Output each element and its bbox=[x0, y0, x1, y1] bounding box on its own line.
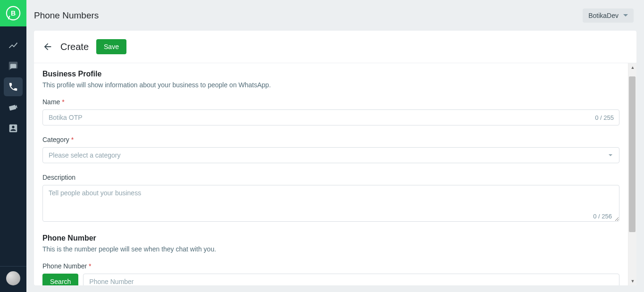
name-input[interactable] bbox=[42, 109, 619, 125]
required-marker: * bbox=[62, 98, 64, 106]
name-label-text: Name bbox=[42, 98, 60, 106]
sidebar: B bbox=[0, 0, 26, 292]
chat-icon bbox=[8, 61, 18, 71]
section-title-business-profile: Business Profile bbox=[42, 70, 619, 78]
scrollbar-thumb[interactable] bbox=[629, 76, 636, 232]
category-placeholder: Please select a category bbox=[49, 151, 121, 159]
chevron-down-icon bbox=[608, 152, 613, 158]
scrollbar-down-icon[interactable]: ▼ bbox=[628, 277, 636, 285]
category-label-text: Category bbox=[42, 136, 69, 143]
phone-label: Phone Number * bbox=[42, 262, 619, 270]
whatsapp-business-logo: B bbox=[0, 0, 26, 26]
user-name: BotikaDev bbox=[588, 12, 619, 19]
back-button[interactable] bbox=[42, 42, 53, 52]
sidebar-nav bbox=[0, 36, 26, 138]
page-header: Phone Numbers BotikaDev bbox=[26, 0, 644, 31]
sidebar-footer bbox=[0, 266, 26, 292]
name-input-wrap: 0 / 255 bbox=[42, 109, 619, 125]
svg-text:B: B bbox=[11, 9, 16, 17]
content-card: Create Save Business Profile This profil… bbox=[34, 31, 636, 285]
form-group-description: Description 0 / 256 bbox=[42, 174, 619, 224]
required-marker: * bbox=[71, 136, 74, 143]
scrollbar-up-icon[interactable]: ▲ bbox=[628, 63, 636, 72]
sidebar-item-contacts[interactable] bbox=[4, 119, 23, 138]
description-label: Description bbox=[42, 174, 619, 181]
phone-icon bbox=[8, 82, 18, 92]
section-subtitle-business-profile: This profile will show information about… bbox=[42, 81, 619, 89]
description-input-wrap: 0 / 256 bbox=[42, 185, 619, 224]
user-menu[interactable]: BotikaDev bbox=[583, 8, 634, 23]
save-button[interactable]: Save bbox=[96, 39, 126, 54]
phone-label-text: Phone Number bbox=[42, 262, 87, 270]
category-select[interactable]: Please select a category bbox=[42, 147, 619, 163]
name-char-count: 0 / 255 bbox=[595, 114, 614, 121]
form-group-category: Category * Please select a category bbox=[42, 136, 619, 163]
card-title: Create bbox=[60, 42, 89, 52]
form-body-wrapper: Business Profile This profile will show … bbox=[34, 63, 636, 285]
category-label: Category * bbox=[42, 136, 619, 143]
analytics-icon bbox=[8, 40, 18, 50]
sidebar-item-chat[interactable] bbox=[4, 57, 23, 75]
avatar[interactable] bbox=[6, 271, 20, 285]
form-group-phone: Phone Number * Search bbox=[42, 262, 619, 285]
phone-row: Search bbox=[42, 274, 619, 285]
card-header: Create Save bbox=[34, 31, 636, 63]
phone-input[interactable] bbox=[83, 274, 619, 285]
contact-book-icon bbox=[8, 123, 18, 133]
section-title-phone-number: Phone Number bbox=[42, 234, 619, 242]
sidebar-item-campaigns[interactable] bbox=[4, 98, 23, 117]
description-char-count: 0 / 256 bbox=[593, 213, 612, 220]
caret-down-icon bbox=[623, 13, 628, 18]
whatsapp-b-icon: B bbox=[5, 5, 21, 21]
search-button[interactable]: Search bbox=[42, 274, 78, 285]
scrollbar[interactable]: ▲ ▼ bbox=[628, 63, 636, 285]
description-textarea[interactable] bbox=[42, 185, 619, 222]
section-subtitle-phone-number: This is the number people will see when … bbox=[42, 245, 619, 253]
required-marker: * bbox=[89, 262, 91, 270]
sidebar-item-phone-numbers[interactable] bbox=[4, 77, 23, 96]
form-group-name: Name * 0 / 255 bbox=[42, 98, 619, 125]
arrow-left-icon bbox=[42, 42, 53, 52]
sidebar-item-analytics[interactable] bbox=[4, 36, 23, 55]
form-body: Business Profile This profile will show … bbox=[34, 63, 628, 285]
megaphone-icon bbox=[8, 102, 18, 113]
page-title: Phone Numbers bbox=[34, 10, 99, 21]
name-label: Name * bbox=[42, 98, 619, 106]
